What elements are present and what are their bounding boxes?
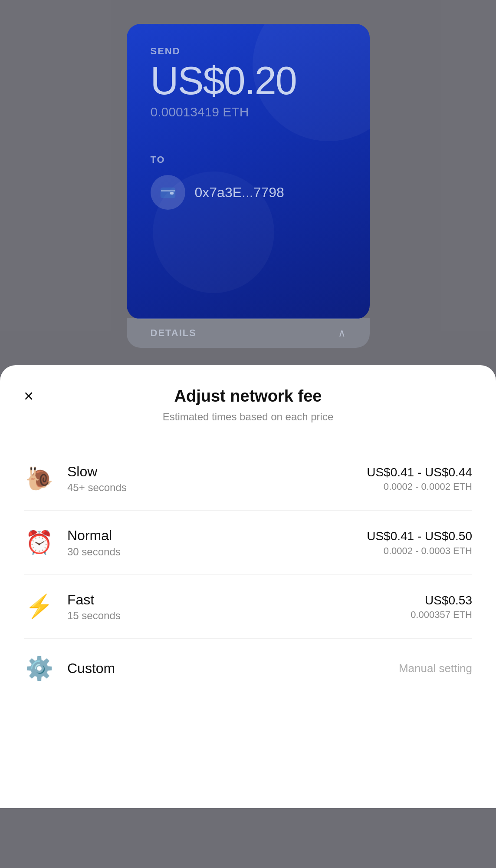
normal-name: Normal [67,527,367,544]
slow-name: Slow [67,463,367,480]
custom-price: Manual setting [399,662,472,675]
fast-name: Fast [67,591,411,608]
to-label: TO [151,154,346,165]
send-amount-usd: US$0.20 [151,61,346,100]
bottom-sheet: × Adjust network fee Estimated times bas… [0,365,496,808]
normal-icon: ⏰ [24,529,54,556]
slow-icon: 🐌 [24,465,54,492]
sheet-subtitle: Estimated times based on each price [24,411,472,423]
svg-rect-0 [161,188,175,198]
fee-list: 🐌 Slow 45+ seconds US$0.41 - US$0.44 0.0… [24,447,472,698]
svg-rect-2 [170,192,174,195]
send-label: SEND [151,46,346,57]
fee-item-custom[interactable]: ⚙️ Custom Manual setting [24,639,472,698]
to-address-row: 0x7a3E...7798 [151,175,346,210]
normal-eth: 0.0002 - 0.0003 ETH [367,545,472,557]
svg-rect-1 [161,190,175,191]
close-button[interactable]: × [24,388,33,404]
normal-time: 30 seconds [67,546,367,558]
slow-info: Slow 45+ seconds [67,463,367,494]
fast-icon: ⚡ [24,593,54,620]
fast-price: US$0.53 0.000357 ETH [411,593,472,620]
fast-usd: US$0.53 [411,593,472,608]
normal-info: Normal 30 seconds [67,527,367,558]
custom-manual: Manual setting [399,662,472,675]
fee-item-slow[interactable]: 🐌 Slow 45+ seconds US$0.41 - US$0.44 0.0… [24,447,472,511]
fast-info: Fast 15 seconds [67,591,411,622]
normal-price: US$0.41 - US$0.50 0.0002 - 0.0003 ETH [367,528,472,556]
send-card: SEND US$0.20 0.00013419 ETH TO 0x7a3E...… [127,24,370,319]
to-address: 0x7a3E...7798 [195,185,284,201]
fast-time: 15 seconds [67,610,411,622]
slow-time: 45+ seconds [67,482,367,494]
fee-item-fast[interactable]: ⚡ Fast 15 seconds US$0.53 0.000357 ETH [24,575,472,639]
sheet-title: Adjust network fee [24,387,472,406]
slow-eth: 0.0002 - 0.0002 ETH [367,481,472,492]
wallet-svg [160,184,176,201]
chevron-up-icon: ∧ [338,327,346,339]
details-bar[interactable]: DETAILS ∧ [0,318,496,348]
details-label: DETAILS [151,327,197,339]
custom-info: Custom [67,660,399,677]
fast-eth: 0.000357 ETH [411,609,472,620]
custom-icon: ⚙️ [24,655,54,682]
normal-usd: US$0.41 - US$0.50 [367,528,472,544]
slow-usd: US$0.41 - US$0.44 [367,465,472,480]
wallet-icon [151,175,185,210]
fee-item-normal[interactable]: ⏰ Normal 30 seconds US$0.41 - US$0.50 0.… [24,511,472,574]
custom-name: Custom [67,660,399,677]
send-amount-eth: 0.00013419 ETH [151,105,346,119]
slow-price: US$0.41 - US$0.44 0.0002 - 0.0002 ETH [367,465,472,492]
sheet-header: × Adjust network fee [24,387,472,406]
send-card-container: SEND US$0.20 0.00013419 ETH TO 0x7a3E...… [0,0,496,319]
